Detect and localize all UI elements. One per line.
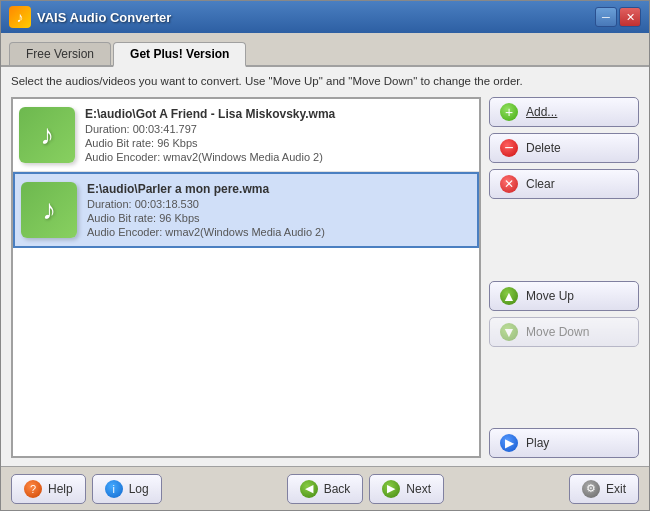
file-item-1[interactable]: E:\audio\Got A Friend - Lisa Miskovsky.w…: [13, 99, 479, 172]
file-info-1: E:\audio\Got A Friend - Lisa Miskovsky.w…: [85, 107, 335, 163]
app-icon: [9, 6, 31, 28]
move-down-button[interactable]: ▼ Move Down: [489, 317, 639, 347]
next-icon: ▶: [382, 480, 400, 498]
file-encoder-1: Audio Encoder: wmav2(Windows Media Audio…: [85, 151, 335, 163]
delete-button[interactable]: − Delete: [489, 133, 639, 163]
play-button[interactable]: ▶ Play: [489, 428, 639, 458]
content-area: Select the audios/videos you want to con…: [1, 67, 649, 466]
play-label: Play: [526, 436, 549, 450]
file-duration-1: Duration: 00:03:41.797: [85, 123, 335, 135]
window-title: VAIS Audio Converter: [37, 10, 171, 25]
move-up-label: Move Up: [526, 289, 574, 303]
play-icon: ▶: [500, 434, 518, 452]
tab-free-version[interactable]: Free Version: [9, 42, 111, 65]
delete-label: Delete: [526, 141, 561, 155]
file-thumbnail-1: [19, 107, 75, 163]
delete-icon: −: [500, 139, 518, 157]
file-thumbnail-2: [21, 182, 77, 238]
log-icon: i: [105, 480, 123, 498]
file-name-2: E:\audio\Parler a mon pere.wma: [87, 182, 325, 196]
next-button[interactable]: ▶ Next: [369, 474, 444, 504]
bottom-bar: ? Help i Log ◀ Back ▶ Next ⚙ Exit: [1, 466, 649, 510]
minimize-button[interactable]: ─: [595, 7, 617, 27]
main-window: VAIS Audio Converter ─ ✕ Free Version Ge…: [0, 0, 650, 511]
exit-button[interactable]: ⚙ Exit: [569, 474, 639, 504]
main-panel: E:\audio\Got A Friend - Lisa Miskovsky.w…: [11, 97, 639, 458]
clear-icon: ✕: [500, 175, 518, 193]
title-bar: VAIS Audio Converter ─ ✕: [1, 1, 649, 33]
exit-label: Exit: [606, 482, 626, 496]
move-down-label: Move Down: [526, 325, 589, 339]
bottom-center-buttons: ◀ Back ▶ Next: [287, 474, 444, 504]
back-icon: ◀: [300, 480, 318, 498]
move-up-button[interactable]: ▲ Move Up: [489, 281, 639, 311]
move-up-icon: ▲: [500, 287, 518, 305]
log-button[interactable]: i Log: [92, 474, 162, 504]
add-icon: +: [500, 103, 518, 121]
add-label: Add...: [526, 105, 557, 119]
move-down-icon: ▼: [500, 323, 518, 341]
next-label: Next: [406, 482, 431, 496]
clear-button[interactable]: ✕ Clear: [489, 169, 639, 199]
title-controls: ─ ✕: [595, 7, 641, 27]
help-button[interactable]: ? Help: [11, 474, 86, 504]
bottom-right-buttons: ⚙ Exit: [569, 474, 639, 504]
tabs-bar: Free Version Get Plus! Version: [1, 33, 649, 67]
back-label: Back: [324, 482, 351, 496]
file-item-2[interactable]: E:\audio\Parler a mon pere.wma Duration:…: [13, 172, 479, 248]
bottom-left-buttons: ? Help i Log: [11, 474, 162, 504]
file-bitrate-1: Audio Bit rate: 96 Kbps: [85, 137, 335, 149]
add-button[interactable]: + Add...: [489, 97, 639, 127]
help-label: Help: [48, 482, 73, 496]
back-button[interactable]: ◀ Back: [287, 474, 364, 504]
file-duration-2: Duration: 00:03:18.530: [87, 198, 325, 210]
log-label: Log: [129, 482, 149, 496]
exit-icon: ⚙: [582, 480, 600, 498]
instruction-text: Select the audios/videos you want to con…: [11, 75, 639, 87]
file-info-2: E:\audio\Parler a mon pere.wma Duration:…: [87, 182, 325, 238]
file-name-1: E:\audio\Got A Friend - Lisa Miskovsky.w…: [85, 107, 335, 121]
title-bar-left: VAIS Audio Converter: [9, 6, 171, 28]
close-button[interactable]: ✕: [619, 7, 641, 27]
help-icon: ?: [24, 480, 42, 498]
file-bitrate-2: Audio Bit rate: 96 Kbps: [87, 212, 325, 224]
clear-label: Clear: [526, 177, 555, 191]
file-encoder-2: Audio Encoder: wmav2(Windows Media Audio…: [87, 226, 325, 238]
right-panel: + Add... − Delete ✕ Clear ▲ Move Up: [489, 97, 639, 458]
file-list: E:\audio\Got A Friend - Lisa Miskovsky.w…: [11, 97, 481, 458]
tab-plus-version[interactable]: Get Plus! Version: [113, 42, 246, 67]
